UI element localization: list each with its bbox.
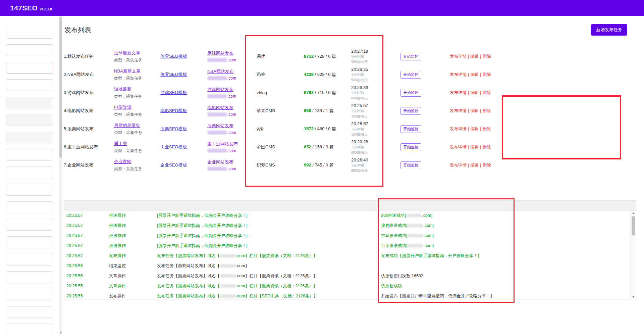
sidebar-item-3[interactable] <box>6 79 53 91</box>
site-link[interactable]: 足球网站发布 <box>207 50 233 56</box>
publish-detail-link[interactable]: 发布详情 <box>450 145 467 149</box>
edit-link[interactable]: 编辑 <box>470 108 479 113</box>
column-header <box>381 200 636 210</box>
edit-link[interactable]: 编辑 <box>470 127 479 131</box>
delete-link[interactable]: 删除 <box>482 72 491 77</box>
start-monitor-button[interactable]: 开始监控 <box>400 53 421 60</box>
next-publish-time: 20:20:28 <box>351 139 398 144</box>
log-time: 20:25:57 <box>64 221 109 231</box>
sidebar-item-0[interactable] <box>6 27 53 39</box>
site-cell: 企业网站发布 .com <box>207 159 257 171</box>
delete-link[interactable]: 删除 <box>482 108 491 113</box>
template-link[interactable]: 体育SEO模板 <box>160 71 187 78</box>
monitor-cell: 开始监控 <box>400 53 450 60</box>
site-link[interactable]: 股票网站发布 <box>207 123 233 129</box>
publish-detail-link[interactable]: 发布详情 <box>450 72 467 77</box>
delete-link[interactable]: 删除 <box>482 127 491 131</box>
sidebar-item-16[interactable] <box>6 306 53 318</box>
sidebar-item-10[interactable] <box>6 201 53 213</box>
next-publish-time: 20:25:57 <box>351 103 398 108</box>
edit-link[interactable]: 编辑 <box>470 163 479 168</box>
scroll-down-icon[interactable]: ▼ <box>631 295 636 299</box>
sidebar-item-8[interactable] <box>6 166 53 178</box>
source-link[interactable]: 企业官网 <box>114 159 131 165</box>
log-detail: 发布成功【股票开户新手避坑指南，开户攻略分享！】 <box>381 251 636 261</box>
template-link[interactable]: 企业SEO模板 <box>160 162 187 168</box>
next-publish-cell: 20:20:28 1分钟/篇 600篇/每天 <box>351 139 400 155</box>
edit-link[interactable]: 编辑 <box>470 145 479 149</box>
sidebar-item-2[interactable] <box>6 62 53 74</box>
site-link[interactable]: NBA网站发布 <box>207 68 234 75</box>
log-text-segment: .com] <box>423 233 434 238</box>
log-text-segment: 发布任务【股票网站发布】域名【 <box>157 253 220 258</box>
column-header <box>109 200 157 210</box>
scroll-down-icon[interactable] <box>59 332 62 333</box>
start-monitor-button[interactable]: 开始监控 <box>400 161 421 169</box>
template-link[interactable]: 股票SEO模板 <box>160 126 187 132</box>
template-link[interactable]: 工业SEO模板 <box>160 144 187 150</box>
site-link[interactable]: 重工业网站发布 <box>207 141 238 147</box>
start-monitor-button[interactable]: 开始监控 <box>400 71 421 79</box>
sidebar-item-12[interactable] <box>6 236 53 248</box>
sidebar-item-7[interactable] <box>6 149 53 161</box>
sidebar-item-4 <box>6 97 53 108</box>
log-text-segment: .com】栏目【股票资讯（文档：2126条）】 <box>236 284 317 288</box>
start-monitor-button[interactable]: 开始监控 <box>400 143 421 151</box>
log-content: 发布任务【股票网站发布】域名【.com】栏目【股票资讯（文档：2126条）】 <box>157 251 381 261</box>
actions-cell: 发布详情|编辑|删除 <box>450 90 503 96</box>
publish-detail-link[interactable]: 发布详情 <box>450 127 467 131</box>
source-link[interactable]: 重工业 <box>114 141 127 147</box>
start-monitor-button[interactable]: 开始监控 <box>400 107 421 115</box>
delete-link[interactable]: 删除 <box>482 90 491 95</box>
log-table-header <box>64 200 636 210</box>
publish-rate: 1分钟/篇 <box>351 73 398 77</box>
sidebar-item-1[interactable] <box>6 44 53 56</box>
source-link[interactable]: 游戏最新 <box>114 86 131 92</box>
template-link[interactable]: 电影SEO模板 <box>160 108 187 114</box>
publish-detail-link[interactable]: 发布详情 <box>450 90 467 95</box>
sidebar-item-11[interactable] <box>6 219 53 231</box>
site-cell: 足球网站发布 .com <box>207 50 257 62</box>
daily-limit: 600篇/每天 <box>351 150 398 155</box>
publish-detail-link[interactable]: 发布详情 <box>450 108 467 113</box>
template-link[interactable]: 体育SEO模板 <box>160 53 187 59</box>
site-link[interactable]: 企业网站发布 <box>207 159 233 165</box>
publish-detail-link[interactable]: 发布详情 <box>450 163 467 168</box>
source-link[interactable]: 电影资源 <box>114 104 131 110</box>
template-link[interactable]: 游戏SEO模板 <box>160 90 187 96</box>
site-domain: .com <box>207 76 254 81</box>
separator: | <box>480 54 481 59</box>
edit-link[interactable]: 编辑 <box>470 54 479 59</box>
delete-link[interactable]: 删除 <box>482 54 491 59</box>
log-row: 20:25:57 推送操作 [股票开户新手避坑指南，低佣金开户攻略分享！] 搜狗… <box>64 221 636 231</box>
log-content: 发布任务【股票网站发布】域名【.com】栏目【股票资讯（文档：2126条）】 <box>157 271 381 281</box>
sidebar-item-17[interactable] <box>6 324 53 335</box>
source-link[interactable]: NBA最新文章 <box>114 68 141 74</box>
log-scrollbar-thumb[interactable] <box>632 216 635 236</box>
sidebar-scrollbar[interactable] <box>59 16 62 335</box>
source-link[interactable]: 足球最新文章 <box>114 50 140 56</box>
start-monitor-button[interactable]: 开始监控 <box>400 89 421 97</box>
redacted-domain <box>220 254 236 257</box>
sidebar-item-15[interactable] <box>6 289 53 300</box>
next-publish-time: 20:27:18 <box>351 49 398 54</box>
add-task-button[interactable]: 新增发布任务 <box>591 24 627 36</box>
publish-detail-link[interactable]: 发布详情 <box>450 54 467 59</box>
delete-link[interactable]: 删除 <box>482 145 491 149</box>
log-scrollbar[interactable]: ▲ ▼ <box>630 211 636 299</box>
site-link[interactable]: 游戏网站发布 <box>207 87 233 93</box>
sidebar-item-14[interactable] <box>6 271 53 283</box>
source-link[interactable]: 股票信息采集 <box>114 123 140 129</box>
source-type: 类型：采集任务 <box>114 166 158 172</box>
sidebar-item-13[interactable] <box>6 254 53 266</box>
edit-link[interactable]: 编辑 <box>470 72 479 77</box>
edit-link[interactable]: 编辑 <box>470 90 479 95</box>
sidebar-item-9[interactable] <box>6 184 53 196</box>
sidebar-scrollbar-thumb[interactable] <box>59 17 62 158</box>
scroll-up-icon[interactable]: ▲ <box>631 211 636 216</box>
log-type: 发布操作 <box>109 251 157 261</box>
delete-link[interactable]: 删除 <box>482 163 491 168</box>
start-monitor-button[interactable]: 开始监控 <box>400 125 421 133</box>
redacted-domain <box>207 76 227 80</box>
site-link[interactable]: 电影网站发布 <box>207 105 233 111</box>
